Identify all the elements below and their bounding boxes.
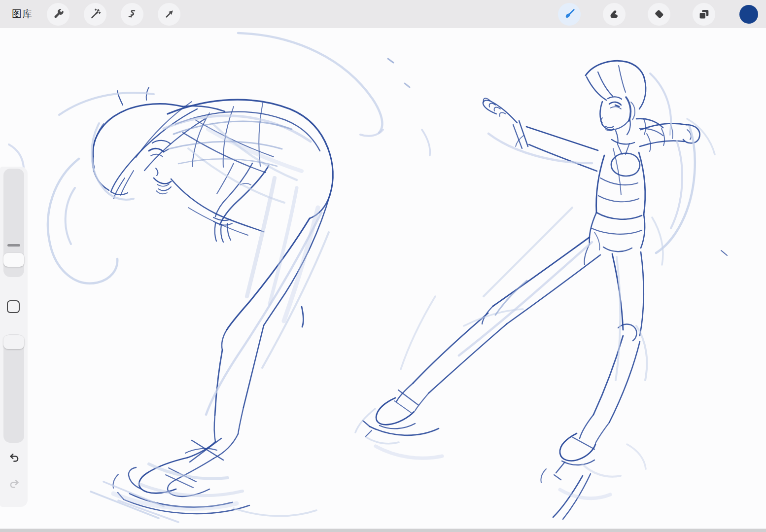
drawing-canvas[interactable] (0, 0, 766, 532)
adjustments-button[interactable] (84, 3, 106, 26)
actions-button[interactable] (47, 3, 70, 26)
selection-s-icon (126, 8, 139, 20)
brush-size-handle[interactable] (3, 253, 24, 267)
redo-button[interactable] (4, 475, 24, 495)
eraser-icon (653, 8, 665, 21)
undo-button[interactable] (4, 449, 24, 468)
slider-tick-mark (7, 244, 20, 247)
selection-button[interactable] (121, 3, 143, 26)
paint-brush-icon (563, 7, 576, 21)
transform-arrow-icon (163, 8, 175, 20)
modify-button[interactable] (7, 300, 21, 314)
layers-icon (697, 8, 710, 21)
redo-icon (8, 478, 21, 492)
color-swatch-button[interactable] (737, 3, 760, 26)
undo-icon (8, 452, 21, 466)
toolbar-left-group: 图库 (12, 3, 180, 26)
smudge-finger-icon (608, 8, 621, 21)
brush-sidebar (0, 167, 28, 507)
smudge-button[interactable] (603, 3, 626, 26)
procreate-app-screen: 图库 (0, 0, 766, 532)
gallery-button[interactable]: 图库 (12, 7, 33, 21)
layers-button[interactable] (693, 3, 715, 26)
brush-opacity-slider[interactable] (3, 334, 24, 443)
active-color-dot (739, 5, 758, 24)
brush-opacity-handle[interactable] (3, 335, 24, 349)
brush-button[interactable] (558, 3, 581, 26)
modify-square-icon (7, 300, 20, 313)
transform-button[interactable] (158, 3, 180, 26)
top-toolbar: 图库 (0, 0, 766, 28)
toolbar-right-group (558, 3, 760, 26)
magic-wand-icon (89, 8, 102, 20)
canvas-bottom-edge (0, 529, 766, 532)
wrench-icon (52, 8, 65, 20)
brush-size-slider[interactable] (3, 169, 24, 277)
eraser-button[interactable] (648, 3, 670, 26)
